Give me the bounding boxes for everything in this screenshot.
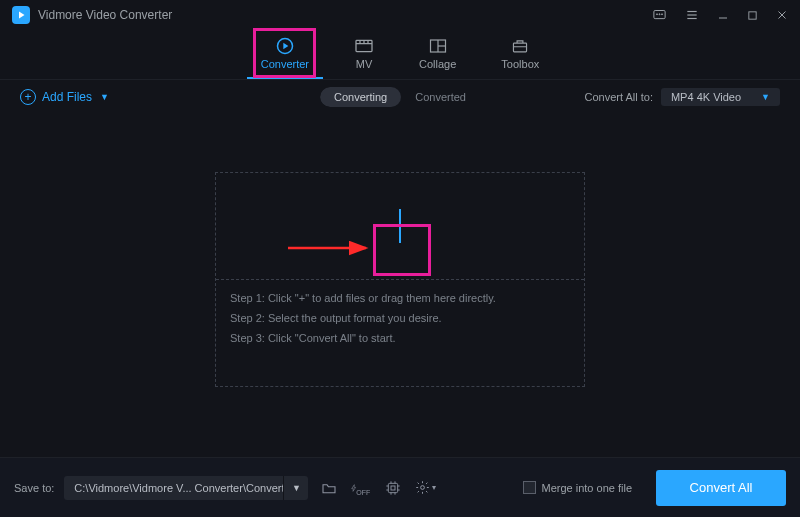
svg-point-1 [657, 13, 658, 14]
save-path-text: C:\Vidmore\Vidmore V... Converter\Conver… [64, 476, 284, 500]
toolbar: + Add Files ▼ Converting Converted Conve… [0, 80, 800, 114]
tab-label: Collage [419, 58, 456, 70]
tab-mv[interactable]: MV [354, 37, 374, 72]
add-files-label: Add Files [42, 90, 92, 104]
feedback-icon[interactable] [652, 8, 667, 23]
svg-point-3 [662, 13, 663, 14]
tab-label: Converter [261, 58, 309, 70]
gpu-icon[interactable] [382, 477, 404, 499]
converting-tab[interactable]: Converting [320, 87, 401, 107]
converted-tab[interactable]: Converted [401, 87, 480, 107]
tab-label: Toolbox [501, 58, 539, 70]
tab-collage[interactable]: Collage [419, 37, 456, 72]
plus-circle-icon: + [20, 89, 36, 105]
titlebar: Vidmore Video Converter [0, 0, 800, 30]
svg-rect-18 [389, 483, 398, 492]
hardware-accel-icon[interactable]: OFF [350, 477, 372, 499]
drop-zone[interactable]: Step 1: Click "+" to add files or drag t… [215, 172, 585, 387]
convert-all-to-label: Convert All to: [584, 91, 652, 103]
instruction-step-1: Step 1: Click "+" to add files or drag t… [230, 292, 570, 304]
chevron-down-icon: ▼ [100, 92, 109, 102]
convert-all-button[interactable]: Convert All [656, 470, 786, 506]
main-tabs: Converter MV Collage Toolbox [0, 30, 800, 80]
toolbox-icon [510, 37, 530, 55]
svg-point-2 [659, 13, 660, 14]
format-selected: MP4 4K Video [671, 91, 741, 103]
menu-icon[interactable] [685, 8, 699, 22]
svg-rect-8 [749, 11, 756, 18]
tab-toolbox[interactable]: Toolbox [501, 37, 539, 72]
save-to-label: Save to: [14, 482, 54, 494]
chevron-down-icon[interactable]: ▼ [284, 483, 308, 493]
close-button[interactable] [776, 9, 788, 21]
drop-upper[interactable] [216, 173, 584, 280]
converting-converted-toggle: Converting Converted [320, 87, 480, 107]
add-file-plus-icon[interactable] [383, 209, 417, 243]
collage-icon [428, 37, 448, 55]
merge-into-one-file[interactable]: Merge into one file [523, 481, 633, 494]
save-path-box[interactable]: C:\Vidmore\Vidmore V... Converter\Conver… [64, 476, 308, 500]
instruction-step-3: Step 3: Click "Convert All" to start. [230, 332, 570, 344]
open-folder-icon[interactable] [318, 477, 340, 499]
tab-label: MV [356, 58, 373, 70]
maximize-button[interactable] [747, 10, 758, 21]
settings-gear-icon[interactable]: ▾ [414, 477, 436, 499]
bottom-bar: Save to: C:\Vidmore\Vidmore V... Convert… [0, 457, 800, 517]
merge-checkbox[interactable] [523, 481, 536, 494]
workspace: Step 1: Click "+" to add files or drag t… [0, 114, 800, 444]
add-files-button[interactable]: + Add Files ▼ [20, 89, 109, 105]
instructions-panel: Step 1: Click "+" to add files or drag t… [216, 280, 584, 386]
svg-point-28 [420, 486, 424, 490]
merge-label: Merge into one file [542, 482, 633, 494]
instruction-step-2: Step 2: Select the output format you des… [230, 312, 570, 324]
output-format-dropdown[interactable]: MP4 4K Video ▼ [661, 88, 780, 106]
converter-icon [275, 37, 295, 55]
convert-all-label: Convert All [690, 480, 753, 495]
svg-rect-19 [391, 486, 395, 490]
mv-icon [354, 37, 374, 55]
chevron-down-icon: ▼ [761, 92, 770, 102]
app-title: Vidmore Video Converter [38, 8, 652, 22]
svg-rect-16 [514, 43, 527, 52]
app-logo-icon [12, 6, 30, 24]
minimize-button[interactable] [717, 9, 729, 21]
tab-converter[interactable]: Converter [261, 37, 309, 72]
